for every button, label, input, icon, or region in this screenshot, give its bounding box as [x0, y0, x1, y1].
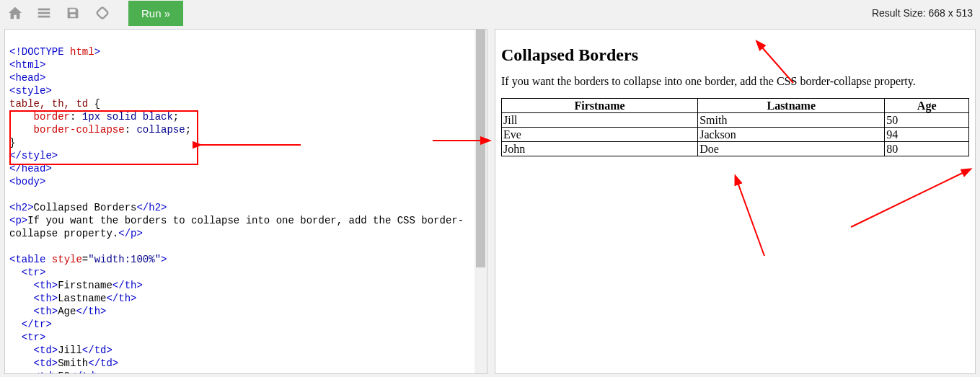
result-size: Result Size: 668 x 513 [872, 7, 973, 19]
home-icon[interactable] [7, 5, 23, 21]
table-row: Firstname Lastname Age [502, 99, 969, 113]
table-header: Lastname [698, 99, 885, 113]
table-header: Firstname [502, 99, 698, 113]
preview-heading: Collapsed Borders [501, 45, 969, 65]
panes: <!DOCTYPE html> <html> <head> <style> ta… [0, 26, 980, 377]
run-button[interactable]: Run » [128, 1, 183, 26]
code-editor-pane: <!DOCTYPE html> <html> <head> <style> ta… [4, 29, 487, 374]
table-header: Age [885, 99, 969, 113]
table-row: Eve Jackson 94 [502, 128, 969, 142]
toolbar: Run » Result Size: 668 x 513 [0, 0, 980, 26]
result-pane: Collapsed Borders If you want the border… [495, 29, 976, 374]
preview-paragraph: If you want the borders to collapse into… [501, 75, 969, 88]
svg-rect-1 [38, 12, 50, 14]
code-editor[interactable]: <!DOCTYPE html> <html> <head> <style> ta… [5, 30, 487, 373]
scrollbar-thumb[interactable] [476, 30, 485, 267]
table-row: Jill Smith 50 [502, 113, 969, 128]
rotate-icon[interactable] [94, 4, 111, 22]
scrollbar[interactable] [474, 30, 487, 373]
save-icon[interactable] [65, 5, 81, 21]
svg-rect-0 [38, 9, 50, 11]
svg-rect-2 [38, 16, 50, 18]
svg-rect-3 [97, 7, 109, 19]
table-row: John Doe 80 [502, 142, 969, 156]
menu-icon[interactable] [36, 5, 52, 21]
preview-table: Firstname Lastname Age Jill Smith 50 Eve… [501, 98, 969, 156]
